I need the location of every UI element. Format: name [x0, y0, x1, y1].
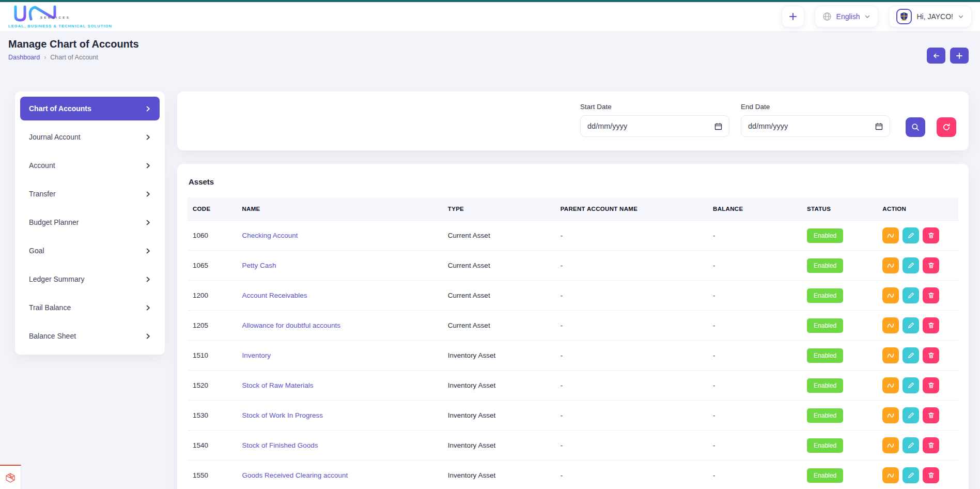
debugbar-toggle[interactable]	[0, 465, 21, 489]
account-name-link[interactable]: Stock of Finished Goods	[242, 441, 318, 449]
top-navbar: SERVICES LEGAL, BUSINESS & TECHNICAL SOL…	[0, 2, 980, 31]
start-date-input[interactable]: dd/mm/yyyy	[580, 115, 729, 137]
account-name-link[interactable]: Allowance for doubtful accounts	[242, 322, 340, 329]
sidebar-item[interactable]: Journal Account	[20, 125, 160, 149]
edit-button[interactable]	[903, 377, 919, 393]
account-name-link[interactable]: Inventory	[242, 352, 271, 359]
pencil-icon	[907, 232, 915, 239]
page-header: Manage Chart of Accounts Dashboard › Cha…	[0, 31, 980, 77]
edit-button[interactable]	[903, 317, 919, 333]
activity-button[interactable]	[882, 407, 899, 423]
cell-type: Inventory Asset	[443, 431, 555, 461]
page-header-actions	[927, 48, 969, 64]
cell-type: Inventory Asset	[443, 341, 555, 371]
delete-button[interactable]	[923, 347, 939, 363]
pulse-wave-icon	[886, 262, 895, 270]
edit-button[interactable]	[903, 407, 919, 423]
sidebar-item[interactable]: Budget Planner	[20, 210, 160, 234]
chevron-down-icon	[864, 13, 870, 20]
brand-logo-mark: SERVICES	[8, 5, 91, 23]
sidebar-item[interactable]: Chart of Accounts	[20, 97, 160, 120]
user-menu[interactable]: Hi, JAYCO!	[889, 6, 972, 27]
cell-parent: -	[555, 281, 708, 311]
sidebar-item[interactable]: Goal	[20, 239, 160, 263]
delete-button[interactable]	[923, 227, 939, 243]
edit-button[interactable]	[903, 347, 919, 363]
edit-button[interactable]	[903, 227, 919, 243]
pulse-wave-icon	[886, 381, 895, 390]
page-title: Manage Chart of Accounts	[8, 38, 139, 50]
cell-parent: -	[555, 461, 708, 489]
activity-button[interactable]	[882, 437, 899, 453]
trash-icon	[927, 471, 935, 479]
status-badge: Enabled	[807, 378, 843, 393]
status-badge: Enabled	[807, 348, 843, 363]
sidebar-item[interactable]: Balance Sheet	[20, 324, 160, 348]
table-row: 1065 Petty Cash Current Asset - - Enable…	[188, 251, 958, 281]
cell-code: 1530	[188, 401, 237, 431]
section-title: Assets	[189, 177, 957, 186]
brand-logo[interactable]: SERVICES LEGAL, BUSINESS & TECHNICAL SOL…	[8, 5, 112, 28]
pulse-wave-icon	[886, 411, 895, 420]
edit-button[interactable]	[903, 437, 919, 453]
edit-button[interactable]	[903, 467, 919, 483]
edit-button[interactable]	[903, 257, 919, 273]
avatar	[896, 9, 912, 24]
col-status: STATUS	[802, 197, 877, 221]
breadcrumb-dashboard-link[interactable]: Dashboard	[8, 54, 40, 61]
pencil-icon	[907, 441, 915, 449]
end-date-input[interactable]: dd/mm/yyyy	[741, 115, 890, 137]
activity-button[interactable]	[882, 227, 899, 243]
delete-button[interactable]	[923, 287, 939, 303]
reset-button[interactable]	[937, 117, 956, 137]
calendar-icon[interactable]	[714, 123, 722, 130]
cell-balance: -	[708, 251, 802, 281]
account-name-link[interactable]: Stock of Raw Materials	[242, 381, 313, 389]
delete-button[interactable]	[923, 407, 939, 423]
delete-button[interactable]	[923, 437, 939, 453]
activity-button[interactable]	[882, 377, 899, 393]
account-name-link[interactable]: Goods Received Clearing account	[242, 471, 348, 479]
brand-tagline: LEGAL, BUSINESS & TECHNICAL SOLUTION	[8, 24, 112, 28]
table-header: CODE NAME TYPE PARENT ACCOUNT NAME BALAN…	[188, 197, 958, 221]
activity-button[interactable]	[882, 347, 899, 363]
crest-icon	[899, 11, 909, 22]
sidebar-item-label: Budget Planner	[29, 218, 79, 226]
sidebar-item-label: Transfer	[29, 190, 56, 198]
plus-icon	[956, 52, 963, 59]
sidebar-item[interactable]: Account	[20, 154, 160, 177]
delete-button[interactable]	[923, 467, 939, 483]
search-button[interactable]	[906, 117, 925, 137]
page-header-left: Manage Chart of Accounts Dashboard › Cha…	[8, 38, 139, 61]
row-actions	[882, 257, 953, 273]
cell-type: Current Asset	[443, 281, 555, 311]
edit-button[interactable]	[903, 287, 919, 303]
sidebar-item[interactable]: Trail Balance	[20, 296, 160, 319]
pulse-wave-icon	[886, 352, 895, 360]
cell-balance: -	[708, 431, 802, 461]
pulse-wave-icon	[886, 471, 895, 480]
activity-button[interactable]	[882, 257, 899, 273]
account-name-link[interactable]: Petty Cash	[242, 262, 276, 269]
sidebar-item[interactable]: Transfer	[20, 182, 160, 206]
back-button[interactable]	[927, 48, 945, 64]
account-name-link[interactable]: Stock of Work In Progress	[242, 411, 323, 419]
delete-button[interactable]	[923, 257, 939, 273]
refresh-icon	[942, 123, 951, 131]
account-name-link[interactable]: Account Receivables	[242, 292, 307, 299]
sidebar-item[interactable]: Ledger Summary	[20, 267, 160, 291]
activity-button[interactable]	[882, 467, 899, 483]
language-selector[interactable]: English	[815, 6, 879, 27]
activity-button[interactable]	[882, 317, 899, 333]
account-name-link[interactable]: Checking Account	[242, 232, 298, 239]
calendar-icon[interactable]	[875, 123, 883, 130]
create-account-button[interactable]	[950, 48, 969, 64]
cell-code: 1510	[188, 341, 237, 371]
delete-button[interactable]	[923, 377, 939, 393]
quick-add-button[interactable]	[782, 6, 804, 27]
col-action: ACTION	[877, 197, 958, 221]
col-name: NAME	[237, 197, 442, 221]
trash-icon	[927, 322, 935, 329]
delete-button[interactable]	[923, 317, 939, 333]
activity-button[interactable]	[882, 287, 899, 303]
